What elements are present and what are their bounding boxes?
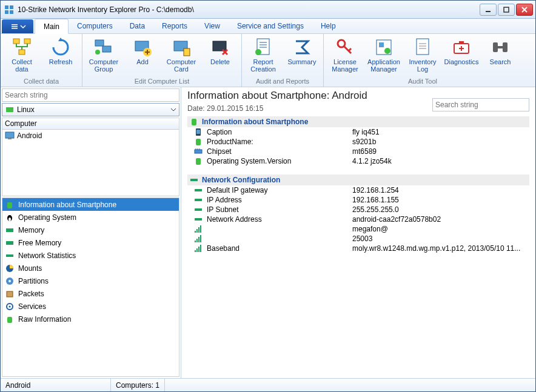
left-panel: Linux Computer Android Information about… bbox=[1, 87, 181, 378]
delete-icon bbox=[210, 38, 230, 57]
svg-point-47 bbox=[8, 218, 11, 221]
cat-services[interactable]: Services bbox=[2, 300, 179, 313]
delete-button[interactable]: Delete bbox=[203, 35, 238, 65]
prop-icon bbox=[194, 147, 203, 156]
svg-rect-21 bbox=[213, 41, 226, 51]
property-key: Chipset bbox=[207, 147, 352, 156]
svg-rect-50 bbox=[6, 254, 13, 257]
cat-mounts[interactable]: Mounts bbox=[2, 262, 179, 274]
collect-icon bbox=[12, 38, 32, 57]
property-row: Basebandmoly.wr8.w1248.md.wg.mp.v1.p12, … bbox=[187, 244, 529, 253]
window-title: 10-Strike Network Inventory Explorer Pro… bbox=[18, 5, 480, 14]
status-count: Computers: 1 bbox=[111, 379, 165, 391]
cat-info-smartphone[interactable]: Information about Smartphone bbox=[2, 198, 179, 211]
tab-main[interactable]: Main bbox=[35, 19, 69, 34]
svg-rect-61 bbox=[196, 139, 201, 145]
package-icon bbox=[5, 290, 14, 298]
disk-icon bbox=[5, 277, 14, 285]
cat-free-memory[interactable]: Free Memory bbox=[2, 236, 179, 249]
prop-icon bbox=[194, 215, 203, 224]
tab-computers[interactable]: Computers bbox=[69, 19, 121, 33]
file-menu-button[interactable] bbox=[2, 19, 33, 33]
refresh-icon bbox=[51, 38, 70, 57]
property-row: megafon@ bbox=[187, 224, 529, 234]
diagnostics-button[interactable]: Diagnostics bbox=[444, 35, 479, 65]
cat-packets[interactable]: Packets bbox=[2, 287, 179, 300]
android-icon bbox=[190, 118, 198, 126]
binoculars-icon bbox=[491, 38, 510, 57]
property-key: ProductName: bbox=[207, 138, 352, 146]
titlebar: 10-Strike Network Inventory Explorer Pro… bbox=[1, 1, 535, 19]
property-row: 25003 bbox=[187, 234, 529, 244]
ribbon: Collect data Refresh Collect data Comput… bbox=[1, 34, 535, 87]
svg-rect-38 bbox=[459, 41, 464, 44]
svg-rect-10 bbox=[12, 28, 18, 29]
tab-service[interactable]: Service and Settings bbox=[229, 19, 312, 33]
linux-icon bbox=[5, 105, 15, 115]
computer-item-android[interactable]: Android bbox=[2, 130, 179, 142]
svg-rect-1 bbox=[10, 5, 13, 9]
network-icon bbox=[5, 251, 14, 260]
property-value: 25003 bbox=[352, 234, 529, 243]
svg-rect-39 bbox=[493, 42, 498, 52]
memory-icon bbox=[5, 226, 14, 234]
maximize-button[interactable] bbox=[498, 4, 515, 16]
computer-group-button[interactable]: Computer Group bbox=[86, 35, 121, 73]
prop-icon bbox=[194, 186, 203, 194]
search-input-right[interactable] bbox=[432, 98, 529, 111]
diagnostics-icon bbox=[452, 38, 471, 57]
report-creation-button[interactable]: Report Creation bbox=[246, 35, 281, 73]
app-window: 10-Strike Network Inventory Explorer Pro… bbox=[0, 0, 536, 392]
prop-icon bbox=[194, 157, 203, 165]
tab-help[interactable]: Help bbox=[312, 19, 344, 33]
pie-icon bbox=[5, 264, 14, 273]
prop-icon bbox=[194, 205, 203, 214]
inventory-log-button[interactable]: Inventory Log bbox=[405, 35, 440, 73]
group-label-audit: Audit and Reports bbox=[246, 76, 320, 87]
property-value: megafon@ bbox=[352, 225, 529, 233]
svg-rect-77 bbox=[196, 239, 198, 242]
svg-rect-8 bbox=[12, 24, 18, 25]
svg-rect-42 bbox=[6, 107, 13, 112]
computer-card-button[interactable]: Computer Card bbox=[164, 35, 199, 73]
status-computer: Android bbox=[1, 379, 111, 391]
svg-rect-79 bbox=[200, 235, 201, 242]
page-date: Date: 29.01.2015 16:15 bbox=[187, 104, 432, 113]
search-button[interactable]: Search bbox=[483, 35, 518, 65]
svg-rect-78 bbox=[198, 237, 199, 242]
prop-icon bbox=[194, 225, 203, 233]
application-manager-button[interactable]: Application Manager bbox=[366, 35, 401, 73]
property-value: moly.wr8.w1248.md.wg.mp.v1.p12, 2013/05/… bbox=[352, 244, 529, 253]
cat-memory[interactable]: Memory bbox=[2, 224, 179, 236]
refresh-button[interactable]: Refresh bbox=[43, 35, 78, 65]
property-row: Chipsetmt6589 bbox=[187, 147, 529, 156]
svg-rect-0 bbox=[5, 5, 8, 9]
cat-raw-information[interactable]: Raw Information bbox=[2, 313, 179, 325]
license-manager-button[interactable]: License Manager bbox=[327, 35, 363, 73]
memory-icon bbox=[5, 239, 14, 247]
svg-rect-68 bbox=[195, 189, 202, 191]
report-icon bbox=[253, 38, 273, 57]
summary-button[interactable]: Summary bbox=[284, 35, 320, 65]
search-input-left[interactable] bbox=[2, 88, 179, 102]
svg-rect-81 bbox=[196, 248, 198, 252]
group-combo[interactable]: Linux bbox=[2, 103, 179, 116]
category-list: Information about Smartphone Operating S… bbox=[2, 198, 179, 377]
tab-reports[interactable]: Reports bbox=[153, 19, 196, 33]
svg-point-32 bbox=[384, 48, 390, 54]
add-button[interactable]: Add bbox=[125, 35, 160, 65]
computer-column-header[interactable]: Computer bbox=[2, 118, 179, 130]
cat-network-statistics[interactable]: Network Statistics bbox=[2, 249, 179, 262]
close-button[interactable] bbox=[516, 4, 533, 16]
minimize-button[interactable] bbox=[480, 4, 497, 16]
svg-rect-70 bbox=[195, 208, 202, 211]
cat-operating-system[interactable]: Operating System bbox=[2, 211, 179, 224]
svg-rect-48 bbox=[6, 228, 13, 232]
svg-point-26 bbox=[255, 49, 261, 55]
collect-data-button[interactable]: Collect data bbox=[4, 35, 39, 73]
svg-rect-57 bbox=[7, 317, 12, 323]
tab-view[interactable]: View bbox=[196, 19, 229, 33]
group-label-tool: Audit Tool bbox=[327, 76, 518, 87]
tab-data[interactable]: Data bbox=[121, 19, 153, 33]
cat-partitions[interactable]: Partitions bbox=[2, 274, 179, 287]
